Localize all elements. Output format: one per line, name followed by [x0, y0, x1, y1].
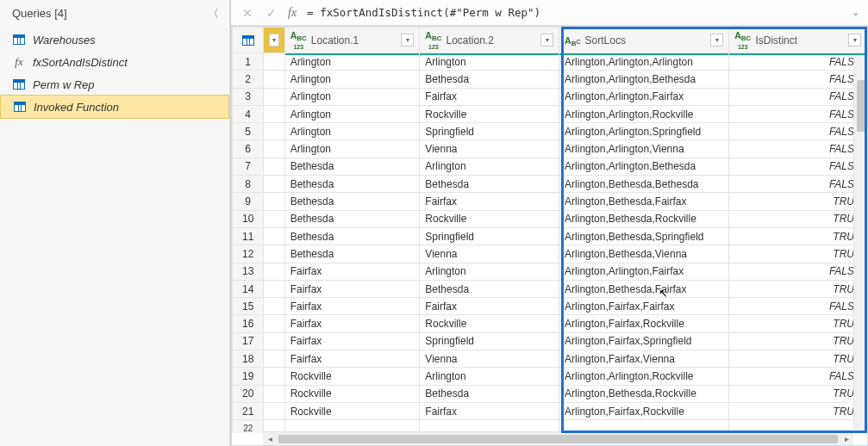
cell-location1[interactable]: Arlington [284, 53, 420, 71]
row-number[interactable]: 19 [233, 368, 264, 385]
dropdown-icon[interactable]: ▾ [401, 34, 414, 46]
cell-isdistinct[interactable]: TRUE [729, 227, 867, 245]
cell-location2[interactable]: Rockville [420, 210, 559, 227]
table-row[interactable]: 9BethesdaFairfaxArlington,Bethesda,Fairf… [233, 193, 867, 210]
cell-sortlocs[interactable]: Arlington,Arlington,Springfield [559, 123, 729, 140]
row-number[interactable]: 12 [233, 245, 264, 263]
accept-formula-icon[interactable]: ✓ [264, 6, 279, 20]
table-row[interactable]: 3ArlingtonFairfaxArlington,Arlington,Fai… [233, 88, 867, 105]
cell-sortlocs[interactable]: Arlington,Bethesda,Springfield [559, 227, 729, 245]
column-header-sortlocs[interactable]: ABCSortLocs▾ [559, 28, 729, 53]
table-row[interactable]: 18FairfaxViennaArlington,Fairfax,ViennaT… [233, 350, 867, 368]
cell-location2[interactable]: Springfield [420, 332, 559, 350]
cell-isdistinct[interactable]: TRUE [729, 385, 867, 402]
cell-isdistinct[interactable]: TRUE [729, 210, 867, 227]
row-number[interactable]: 13 [233, 263, 264, 280]
row-number[interactable]: 21 [233, 402, 264, 419]
cell-sortlocs[interactable]: Arlington,Arlington,Bethesda [559, 158, 729, 175]
cell-location2[interactable]: Fairfax [420, 402, 559, 419]
cell-isdistinct[interactable]: FALSE [729, 140, 867, 158]
table-row[interactable]: 16FairfaxRockvilleArlington,Fairfax,Rock… [233, 315, 867, 332]
cell-isdistinct[interactable]: TRUE [729, 332, 867, 350]
cell-isdistinct[interactable]: FALSE [729, 88, 867, 105]
table-row[interactable]: 4ArlingtonRockvilleArlington,Arlington,R… [233, 105, 867, 122]
cell-isdistinct[interactable]: FALSE [729, 123, 867, 140]
sidebar-item-invoked-function[interactable]: Invoked Function [0, 95, 229, 119]
cell-sortlocs[interactable]: Arlington,Arlington,Arlington [559, 53, 729, 71]
row-number[interactable]: 16 [233, 315, 264, 332]
cell-isdistinct[interactable]: TRUE [729, 402, 867, 419]
cell-location1[interactable]: Rockville [284, 402, 420, 419]
cell-location2[interactable]: Bethesda [420, 71, 559, 88]
cell-isdistinct[interactable]: TRUE [729, 193, 867, 210]
cell-sortlocs[interactable]: Arlington,Arlington,Fairfax [559, 88, 729, 105]
column-header-location1[interactable]: ABC123Location.1▾ [284, 28, 420, 53]
cell-location1[interactable]: Fairfax [284, 332, 420, 350]
table-row[interactable]: 2ArlingtonBethesdaArlington,Arlington,Be… [233, 71, 867, 88]
cell-location2[interactable]: Rockville [420, 105, 559, 122]
dropdown-icon[interactable]: ▾ [710, 34, 723, 46]
dropdown-icon[interactable]: ▾ [848, 34, 861, 46]
table-row[interactable]: 6ArlingtonViennaArlington,Arlington,Vien… [233, 140, 867, 158]
row-number[interactable]: 4 [233, 105, 264, 122]
cell-sortlocs[interactable]: Arlington,Fairfax,Rockville [559, 402, 729, 419]
cell-location1[interactable]: Fairfax [284, 298, 420, 315]
row-number[interactable]: 3 [233, 88, 264, 105]
row-number[interactable]: 1 [233, 53, 264, 71]
table-row[interactable]: 12BethesdaViennaArlington,Bethesda,Vienn… [233, 245, 867, 263]
cell-isdistinct[interactable]: FALSE [729, 263, 867, 280]
fx-icon[interactable]: fx [288, 6, 297, 20]
cell-location1[interactable]: Rockville [284, 385, 420, 402]
row-number[interactable]: 15 [233, 298, 264, 315]
cell-location2[interactable]: Springfield [420, 227, 559, 245]
cell-isdistinct[interactable]: TRUE [729, 315, 867, 332]
cell-isdistinct[interactable]: FALSE [729, 368, 867, 385]
cell-location1[interactable]: Fairfax [284, 280, 420, 297]
row-number[interactable]: 11 [233, 227, 264, 245]
cell-location2[interactable]: Bethesda [420, 176, 559, 193]
cell-sortlocs[interactable]: Arlington,Arlington,Rockville [559, 105, 729, 122]
cell-isdistinct[interactable]: FALSE [729, 105, 867, 122]
table-row[interactable]: 15FairfaxFairfaxArlington,Fairfax,Fairfa… [233, 298, 867, 315]
cell-location1[interactable]: Arlington [284, 71, 420, 88]
row-number[interactable]: 8 [233, 176, 264, 193]
row-number[interactable]: 5 [233, 123, 264, 140]
cell-location1[interactable]: Bethesda [284, 176, 420, 193]
cell-isdistinct[interactable]: TRUE [729, 280, 867, 297]
table-row[interactable]: 19RockvilleArlingtonArlington,Arlington,… [233, 368, 867, 385]
cell-location2[interactable]: Bethesda [420, 385, 559, 402]
cell-sortlocs[interactable]: Arlington,Fairfax,Fairfax [559, 298, 729, 315]
cell-location2[interactable]: Arlington [420, 158, 559, 175]
cell-location1[interactable]: Arlington [284, 140, 420, 158]
cell-sortlocs[interactable]: Arlington,Fairfax,Rockville [559, 315, 729, 332]
table-row[interactable]: 13FairfaxArlingtonArlington,Arlington,Fa… [233, 263, 867, 280]
cell-location1[interactable]: Bethesda [284, 227, 420, 245]
table-row[interactable]: 10BethesdaRockvilleArlington,Bethesda,Ro… [233, 210, 867, 227]
row-number[interactable]: 2 [233, 71, 264, 88]
cell-location1[interactable]: Bethesda [284, 193, 420, 210]
sidebar-item-fxsortandisdistinct[interactable]: fxfxSortAndIsDistinct [0, 51, 229, 73]
row-number[interactable]: 22 [233, 420, 264, 433]
row-number[interactable]: 6 [233, 140, 264, 158]
cell-location2[interactable]: Arlington [420, 53, 559, 71]
dropdown-icon[interactable]: ▾ [540, 34, 553, 46]
cell-location1[interactable]: Fairfax [284, 263, 420, 280]
cell-location2[interactable]: Arlington [420, 368, 559, 385]
cell-location2[interactable]: Fairfax [420, 193, 559, 210]
cell-location1[interactable]: Rockville [284, 368, 420, 385]
vertical-scrollbar[interactable] [853, 54, 867, 430]
row-number[interactable]: 14 [233, 280, 264, 297]
table-row[interactable]: 1ArlingtonArlingtonArlington,Arlington,A… [233, 53, 867, 71]
cell-location2[interactable]: Vienna [420, 140, 559, 158]
formula-input[interactable] [305, 5, 843, 20]
cell-sortlocs[interactable]: Arlington,Arlington,Vienna [559, 140, 729, 158]
table-row[interactable]: 11BethesdaSpringfieldArlington,Bethesda,… [233, 227, 867, 245]
cell-location1[interactable]: Arlington [284, 88, 420, 105]
cell-location1[interactable]: Bethesda [284, 158, 420, 175]
cell-location1[interactable]: Arlington [284, 123, 420, 140]
table-row[interactable]: 8BethesdaBethesdaArlington,Bethesda,Beth… [233, 176, 867, 193]
cell-sortlocs[interactable]: Arlington,Arlington,Fairfax [559, 263, 729, 280]
cell-location2[interactable]: Fairfax [420, 298, 559, 315]
cell-location1[interactable]: Fairfax [284, 315, 420, 332]
table-corner[interactable] [233, 28, 264, 53]
